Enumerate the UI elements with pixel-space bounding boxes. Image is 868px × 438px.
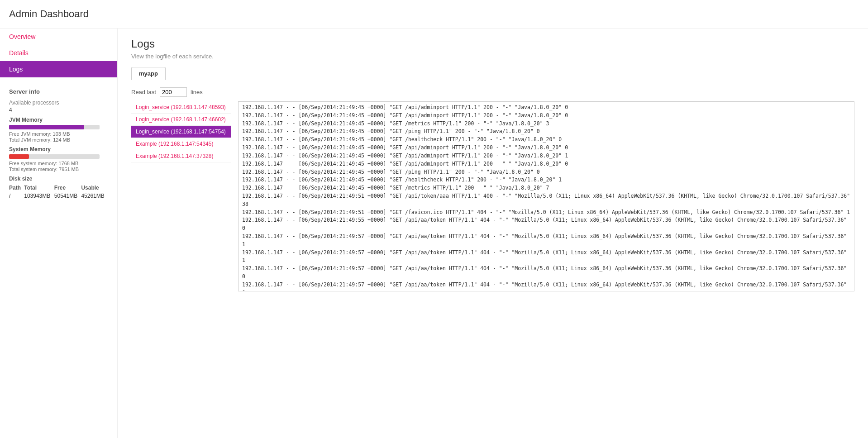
processors-label: Available processors: [9, 100, 108, 106]
log-line: 192.168.1.147 - - [06/Sep/2014:21:49:55 …: [242, 216, 850, 233]
jvm-memory-label: JVM Memory: [9, 117, 108, 123]
log-line: 192.168.1.147 - - [06/Sep/2014:21:49:57 …: [242, 249, 850, 265]
log-line: 192.168.1.147 - - [06/Sep/2014:21:49:45 …: [242, 144, 850, 152]
service-item-3[interactable]: Example (192.168.1.147:54345): [131, 138, 231, 150]
disk-col-total: Total: [24, 184, 54, 192]
server-info-section: Server info Available processors 4 JVM M…: [0, 81, 117, 207]
sidebar: Overview Details Logs Server info Availa…: [0, 29, 118, 438]
log-line: 192.168.1.147 - - [06/Sep/2014:21:49:57 …: [242, 265, 850, 281]
read-last-label: Read last: [131, 89, 156, 95]
sys-free-detail: Free system memory: 1768 MB: [9, 161, 108, 166]
sys-memory-bar-fill: [9, 154, 29, 159]
services-column: Login_service (192.168.1.147:48593) Logi…: [131, 101, 231, 429]
tab-myapp[interactable]: myapp: [131, 67, 166, 80]
log-line: 192.168.1.147 - - [06/Sep/2014:21:49:45 …: [242, 128, 850, 136]
disk-label: Disk size: [9, 176, 108, 182]
log-viewer[interactable]: 192.168.1.147 - - [06/Sep/2014:21:49:45 …: [238, 101, 854, 291]
log-line: 192.168.1.147 - - [06/Sep/2014:21:49:45 …: [242, 120, 850, 128]
log-line: 192.168.1.147 - - [06/Sep/2014:21:49:51 …: [242, 192, 850, 209]
disk-path: /: [9, 192, 24, 200]
log-line: 192.168.1.147 - - [06/Sep/2014:21:49:45 …: [242, 184, 850, 192]
disk-col-usable: Usable: [81, 184, 108, 192]
log-line: 192.168.1.147 - - [06/Sep/2014:21:49:45 …: [242, 104, 850, 112]
log-line: 192.168.1.147 - - [06/Sep/2014:21:49:45 …: [242, 152, 850, 160]
log-line: 192.168.1.147 - - [06/Sep/2014:21:49:45 …: [242, 160, 850, 168]
sidebar-item-overview[interactable]: Overview: [0, 29, 117, 45]
sidebar-nav: Overview Details Logs: [0, 29, 117, 77]
sidebar-item-details[interactable]: Details: [0, 45, 117, 61]
app-title: Admin Dashboard: [0, 0, 868, 29]
server-info-title: Server info: [9, 88, 108, 95]
disk-row: / 103943MB 50541MB 45261MB: [9, 192, 108, 200]
log-line: 192.168.1.147 - - [06/Sep/2014:21:49:57 …: [242, 281, 850, 291]
sys-memory-bar-bg: [9, 154, 100, 159]
service-item-0[interactable]: Login_service (192.168.1.147:48593): [131, 101, 231, 114]
lines-label: lines: [191, 89, 203, 95]
jvm-memory-bar-bg: [9, 125, 100, 129]
disk-table: Path Total Free Usable / 103943MB 50541M…: [9, 184, 108, 200]
page-title: Logs: [131, 38, 854, 50]
page-subtitle: View the logfile of each service.: [131, 53, 854, 60]
lines-input[interactable]: [160, 87, 187, 97]
disk-total: 103943MB: [24, 192, 54, 200]
sys-total-detail: Total system memory: 7951 MB: [9, 167, 108, 172]
sys-memory-label: System Memory: [9, 146, 108, 152]
log-line: 192.168.1.147 - - [06/Sep/2014:21:49:51 …: [242, 209, 850, 217]
service-item-4[interactable]: Example (192.168.1.147:37328): [131, 150, 231, 162]
log-line: 192.168.1.147 - - [06/Sep/2014:21:49:45 …: [242, 136, 850, 144]
service-item-2[interactable]: Login_service (192.168.1.147:54754): [131, 126, 231, 138]
disk-col-free: Free: [54, 184, 81, 192]
processors-value: 4: [9, 107, 108, 113]
log-line: 192.168.1.147 - - [06/Sep/2014:21:49:45 …: [242, 168, 850, 176]
disk-usable: 45261MB: [81, 192, 108, 200]
log-line: 192.168.1.147 - - [06/Sep/2014:21:49:57 …: [242, 233, 850, 249]
log-line: 192.168.1.147 - - [06/Sep/2014:21:49:45 …: [242, 176, 850, 184]
jvm-total-detail: Total JVM memory: 124 MB: [9, 137, 108, 143]
disk-section: Disk size Path Total Free Usable /: [9, 176, 108, 200]
controls-row: Read last lines: [131, 87, 854, 97]
jvm-memory-bar-fill: [9, 125, 84, 129]
logs-area-wrapper: Login_service (192.168.1.147:48593) Logi…: [131, 101, 854, 429]
main-content: Logs View the logfile of each service. m…: [118, 29, 868, 438]
service-item-1[interactable]: Login_service (192.168.1.147:46602): [131, 114, 231, 126]
jvm-free-detail: Free JVM memory: 103 MB: [9, 131, 108, 137]
log-line: 192.168.1.147 - - [06/Sep/2014:21:49:45 …: [242, 112, 850, 120]
tabs-row: myapp: [131, 67, 854, 80]
disk-free: 50541MB: [54, 192, 81, 200]
disk-col-path: Path: [9, 184, 24, 192]
sidebar-item-logs[interactable]: Logs: [0, 61, 117, 77]
